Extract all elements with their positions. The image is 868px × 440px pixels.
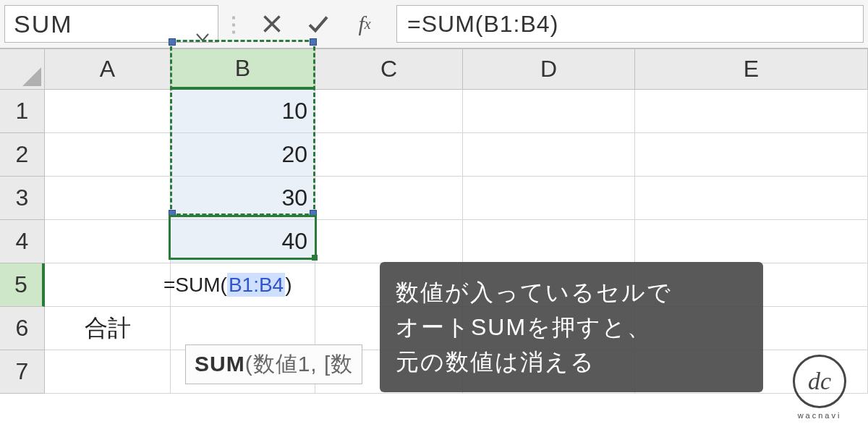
formula-text: =SUM(B1:B4)	[407, 11, 558, 38]
cell-a6[interactable]: 合計	[45, 307, 171, 350]
name-box-value: SUM	[14, 10, 73, 38]
cell-b6[interactable]	[171, 307, 315, 350]
separator-icon: ⋮	[218, 12, 249, 36]
col-header-c[interactable]: C	[315, 49, 463, 90]
col-header-e[interactable]: E	[635, 49, 868, 90]
cell-e3[interactable]	[635, 177, 868, 220]
row-header-7[interactable]: 7	[0, 350, 45, 394]
name-box[interactable]: SUM	[4, 5, 218, 43]
tooltip-func: SUM	[195, 352, 245, 376]
cell-e4[interactable]	[635, 220, 868, 263]
cancel-icon[interactable]	[249, 5, 295, 43]
enter-icon[interactable]	[295, 5, 341, 43]
cell-formula: =SUM(B1:B4)	[163, 274, 292, 297]
chevron-down-icon[interactable]	[196, 20, 209, 28]
cell-b5[interactable]: =SUM(B1:B4)	[171, 263, 315, 307]
cell-d4[interactable]	[463, 220, 635, 263]
cell-c4[interactable]	[315, 220, 463, 263]
row-header-2[interactable]: 2	[0, 133, 45, 177]
annotation-line: 数値が入っているセルで	[396, 275, 747, 310]
col-header-b[interactable]: B	[171, 49, 315, 90]
cell-a2[interactable]	[45, 133, 171, 177]
col-header-a[interactable]: A	[45, 49, 171, 90]
cell-a5[interactable]	[45, 263, 171, 307]
row-headers: 1 2 3 4 5 6 7	[0, 90, 45, 394]
annotation-line: オートSUMを押すと、	[396, 310, 747, 344]
row-header-3[interactable]: 3	[0, 177, 45, 220]
cell-b3[interactable]: 30	[171, 177, 315, 220]
cell-e1[interactable]	[635, 90, 868, 133]
formula-ref: B1:B4	[227, 273, 285, 297]
watermark-text: wacnavi	[780, 411, 859, 420]
cell-d2[interactable]	[463, 133, 635, 177]
select-all-corner[interactable]	[0, 49, 45, 90]
cell-b2[interactable]: 20	[171, 133, 315, 177]
cell-c1[interactable]	[315, 90, 463, 133]
annotation-callout: 数値が入っているセルで オートSUMを押すと、 元の数値は消える	[380, 262, 763, 392]
row-header-4[interactable]: 4	[0, 220, 45, 263]
row-header-1[interactable]: 1	[0, 90, 45, 133]
cell-c2[interactable]	[315, 133, 463, 177]
logo-icon: dc	[793, 355, 846, 408]
row-header-5[interactable]: 5	[0, 263, 45, 307]
fx-icon[interactable]: fx	[341, 5, 388, 43]
row-header-6[interactable]: 6	[0, 307, 45, 350]
cell-b1[interactable]: 10	[171, 90, 315, 133]
cell-a3[interactable]	[45, 177, 171, 220]
cell-a7[interactable]	[45, 350, 171, 394]
col-header-d[interactable]: D	[463, 49, 635, 90]
annotation-line: 元の数値は消える	[396, 344, 747, 379]
cell-a4[interactable]	[45, 220, 171, 263]
cell-d1[interactable]	[463, 90, 635, 133]
cell-c3[interactable]	[315, 177, 463, 220]
formula-suffix: )	[285, 274, 292, 296]
watermark-logo: dc wacnavi	[780, 355, 859, 427]
formula-bar: SUM ⋮ fx =SUM(B1:B4)	[0, 0, 868, 49]
column-headers: A B C D E	[45, 49, 868, 90]
formula-prefix: =SUM(	[163, 274, 227, 296]
cell-d3[interactable]	[463, 177, 635, 220]
cell-b4[interactable]: 40	[171, 220, 315, 263]
tooltip-args: (数値1, [数	[245, 352, 354, 376]
cell-e2[interactable]	[635, 133, 868, 177]
function-tooltip: SUM(数値1, [数	[185, 344, 362, 384]
formula-input[interactable]: =SUM(B1:B4)	[396, 5, 864, 43]
cell-a1[interactable]	[45, 90, 171, 133]
